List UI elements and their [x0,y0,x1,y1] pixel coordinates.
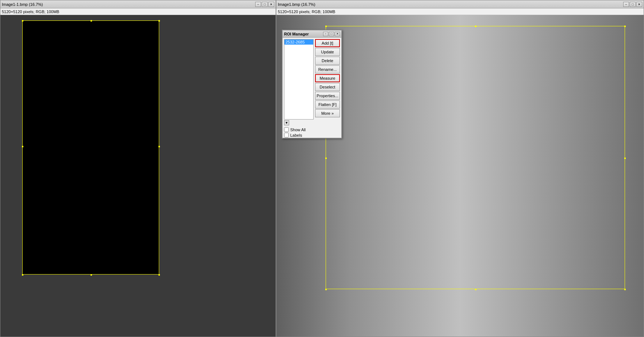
right-status-bar: 5120×5120 pixels; RGB; 100MB [276,8,644,15]
right-handle-br [624,289,626,290]
roi-list-item[interactable]: 2532-2685 [284,39,313,45]
right-minimize-button[interactable]: − [623,2,629,7]
right-handle-mr [624,158,626,159]
left-maximize-button[interactable]: □ [262,2,268,7]
roi-manager-title-bar: ROI Manager − □ ✕ [283,30,341,38]
roi-add-button[interactable]: Add [t] [315,39,340,47]
roi-manager-title: ROI Manager [284,32,309,36]
handle-tr [158,20,160,22]
right-handle-bl [325,289,327,290]
roi-delete-button[interactable]: Delete [315,57,340,65]
handle-mr [158,146,160,147]
roi-show-all-row: Show All [283,127,341,132]
roi-deselect-button[interactable]: Deselect [315,83,340,91]
handle-bl [22,274,23,276]
handle-ml [22,146,23,147]
right-window: Image1.bmp (16.7%) − □ ✕ 5120×5120 pixel… [276,0,644,337]
roi-manager-dialog: ROI Manager − □ ✕ 2532-2685 ▼ [282,30,342,139]
right-close-button[interactable]: ✕ [636,2,642,7]
left-title-bar: Image1-1.bmp (16.7%) − □ ✕ [0,0,276,8]
left-image-info: 5120×5120 pixels; RGB; 100MB [2,10,59,14]
right-handle-bc [475,289,476,290]
roi-close-button[interactable]: ✕ [335,32,340,36]
handle-tc [91,20,92,22]
roi-manager-controls: − □ ✕ [323,32,340,36]
roi-show-all-label: Show All [290,128,306,132]
roi-show-all-checkbox[interactable] [284,127,289,132]
roi-labels-row: Labels [283,132,341,138]
roi-update-button[interactable]: Update [315,48,340,56]
left-minimize-button[interactable]: − [255,2,261,7]
right-handle-tr [624,26,626,27]
roi-more-button[interactable]: More » [315,109,340,117]
handle-bc [91,274,92,276]
right-window-controls: − □ ✕ [623,2,642,7]
roi-minimize-button[interactable]: − [323,32,328,36]
right-canvas: ROI Manager − □ ✕ 2532-2685 ▼ [276,15,644,337]
roi-buttons-column: Add [t] Update Delete Rename... Measure … [315,39,340,125]
left-image-content [22,20,159,274]
roi-list-container[interactable]: 2532-2685 [284,39,314,120]
handle-tl [22,20,23,22]
right-handle-tl [325,26,327,27]
left-window-controls: − □ ✕ [255,2,274,7]
roi-labels-checkbox[interactable] [284,133,289,137]
right-image-info: 5120×5120 pixels; RGB; 100MB [278,10,335,14]
left-window-title: Image1-1.bmp (16.7%) [2,2,43,7]
left-close-button[interactable]: ✕ [268,2,274,7]
roi-flatten-button[interactable]: Flatten [F] [315,101,340,109]
right-handle-ml [325,158,327,159]
right-handle-tc [475,26,476,27]
handle-br [158,274,160,276]
right-window-title: Image1.bmp (16.7%) [278,2,315,7]
left-window: Image1-1.bmp (16.7%) − □ ✕ 5120×5120 pix… [0,0,276,337]
roi-list-footer: ▼ [284,120,314,125]
roi-dropdown-arrow[interactable]: ▼ [284,120,289,125]
left-canvas [0,15,276,337]
left-status-bar: 5120×5120 pixels; RGB; 100MB [0,8,276,15]
roi-list-section: 2532-2685 ▼ [284,39,314,125]
roi-properties-button[interactable]: Properties... [315,92,340,100]
roi-rename-button[interactable]: Rename... [315,65,340,73]
right-title-bar: Image1.bmp (16.7%) − □ ✕ [276,0,644,8]
roi-manager-body: 2532-2685 ▼ Add [t] Update Delete Rename… [283,38,341,127]
roi-labels-label: Labels [290,133,302,137]
right-maximize-button[interactable]: □ [630,2,636,7]
roi-measure-button[interactable]: Measure [315,74,340,82]
roi-maximize-button[interactable]: □ [329,32,334,36]
